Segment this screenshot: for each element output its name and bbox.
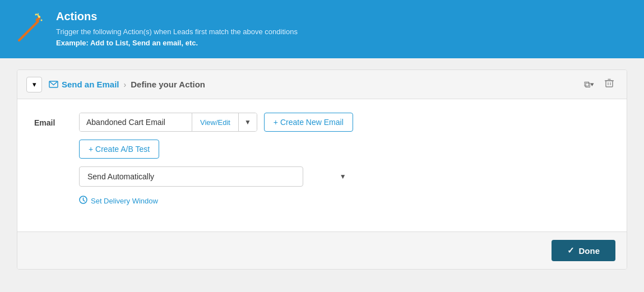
wand-icon — [11, 11, 47, 47]
breadcrumb-current: Define your Action — [131, 80, 205, 89]
delivery-window-label: Set Delivery Window — [91, 197, 158, 205]
delivery-window-link[interactable]: Set Delivery Window — [79, 196, 353, 206]
main-content: ▾ Send an Email › Define your Action ⧉▾ — [0, 58, 644, 281]
actions-banner: Actions Trigger the following Action(s) … — [0, 0, 644, 58]
delete-button[interactable] — [601, 76, 618, 93]
card-footer: ✓ Done — [17, 231, 627, 269]
send-select-arrow-icon: ▼ — [340, 173, 346, 180]
svg-line-1 — [37, 18, 39, 20]
chevron-down-icon: ▾ — [33, 80, 36, 89]
send-method-select[interactable]: Send Automatically Send Manually — [79, 166, 303, 187]
envelope-icon — [49, 81, 58, 88]
svg-rect-8 — [606, 81, 613, 87]
done-label: Done — [579, 246, 600, 256]
checkmark-icon: ✓ — [567, 245, 574, 256]
email-label: Email — [34, 113, 68, 127]
svg-line-15 — [84, 200, 85, 201]
svg-point-4 — [41, 20, 43, 21]
trash-icon — [605, 78, 614, 90]
dropdown-arrow-icon: ▼ — [244, 118, 251, 126]
send-method-wrapper: Send Automatically Send Manually ▼ — [79, 166, 353, 187]
copy-button[interactable]: ⧉▾ — [581, 76, 597, 93]
clock-icon — [79, 196, 87, 206]
view-edit-button[interactable]: View/Edit — [192, 113, 238, 131]
card-body: Email Abandoned Cart Email View/Edit ▼ +… — [17, 99, 627, 231]
header-actions: ⧉▾ — [581, 76, 618, 93]
email-controls: Abandoned Cart Email View/Edit ▼ + Creat… — [79, 113, 353, 206]
breadcrumb: Send an Email › Define your Action — [49, 80, 574, 89]
breadcrumb-send-email: Send an Email — [49, 80, 119, 89]
banner-title: Actions — [56, 10, 298, 23]
collapse-button[interactable]: ▾ — [26, 77, 42, 92]
email-dropdown-arrow-button[interactable]: ▼ — [238, 113, 257, 131]
email-select-value: Abandoned Cart Email — [80, 113, 192, 131]
banner-text: Actions Trigger the following Action(s) … — [56, 10, 298, 48]
create-ab-test-button[interactable]: + Create A/B Test — [79, 140, 159, 159]
action-card: ▾ Send an Email › Define your Action ⧉▾ — [17, 69, 627, 270]
breadcrumb-separator: › — [124, 80, 127, 89]
done-button[interactable]: ✓ Done — [552, 240, 616, 261]
card-header: ▾ Send an Email › Define your Action ⧉▾ — [17, 70, 627, 99]
copy-icon: ⧉▾ — [584, 80, 594, 90]
email-form-row: Email Abandoned Cart Email View/Edit ▼ +… — [34, 113, 610, 206]
email-select-group: Abandoned Cart Email View/Edit ▼ — [79, 113, 257, 132]
banner-description: Trigger the following Action(s) when Lea… — [56, 26, 298, 48]
create-new-email-button[interactable]: + Create New Email — [264, 113, 353, 132]
svg-line-0 — [19, 21, 38, 40]
email-select-row: Abandoned Cart Email View/Edit ▼ + Creat… — [79, 113, 353, 132]
